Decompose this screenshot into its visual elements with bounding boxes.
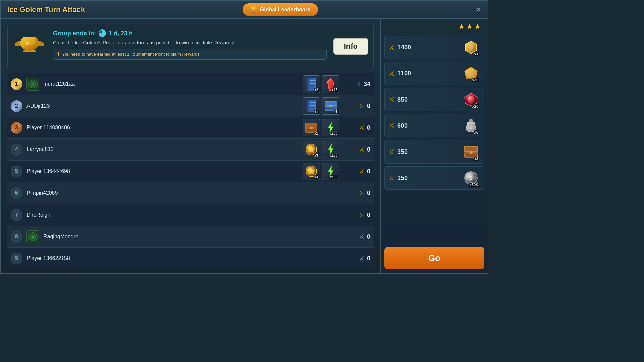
tournament-trophy: ★	[13, 29, 46, 63]
score-icon: ⚔	[359, 124, 364, 131]
table-row[interactable]: 2ADDjr123x1x1⚔0	[7, 95, 374, 117]
leaderboard-table[interactable]: 1⚔murat1261aax2x25⚔342ADDjr123x1x1⚔03Pla…	[7, 73, 374, 268]
svg-point-47	[468, 126, 474, 130]
tier-points: ⚔1400	[389, 43, 411, 51]
score-value: 0	[367, 212, 370, 219]
info-section: ★ Group ends in:	[7, 24, 374, 68]
score-area: ⚔0	[343, 189, 370, 197]
reward-item: x100	[322, 163, 339, 180]
rank-badge: 8	[11, 231, 22, 243]
rewards-area: x1x1	[303, 97, 339, 115]
score-icon: ⚔	[359, 146, 364, 153]
svg-rect-27	[310, 127, 313, 129]
table-row[interactable]: 1⚔murat1261aax2x25⚔34	[7, 73, 374, 95]
table-row[interactable]: 9Player 136622158⚔0	[7, 248, 374, 268]
warning-row: ℹ You need to have earned at least 1 Tou…	[53, 49, 327, 60]
rewards-area: x1x200	[303, 119, 339, 136]
score-icon: ⚔	[359, 189, 364, 197]
tier-points: ⚔600	[389, 122, 408, 130]
svg-text:⚔: ⚔	[31, 235, 35, 239]
go-button[interactable]: Go	[384, 247, 484, 269]
leaderboard-button[interactable]: 🏆 Global Leaderboard	[243, 3, 318, 16]
table-row[interactable]: 4Larryou812x3x150⚔0	[7, 139, 374, 161]
score-value: 0	[367, 168, 370, 175]
svg-text:★: ★	[25, 40, 30, 46]
modal-title: Ice Golem Turn Attack	[7, 5, 85, 14]
table-row[interactable]: 7DireReign⚔0	[7, 204, 374, 226]
tier-value: 1100	[397, 70, 411, 77]
score-value: 0	[367, 124, 370, 131]
score-icon: ⚔	[359, 102, 364, 110]
right-panel: ★ ★ ★ ⚔1400x1⚔1100x30⚔850x20⚔600x5⚔350x3…	[380, 19, 488, 273]
player-name: murat1261aa	[43, 81, 299, 87]
player-name: DireReign	[26, 212, 339, 218]
star-2: ★	[466, 22, 473, 31]
svg-text:⚔: ⚔	[31, 82, 35, 87]
tier-value: 600	[397, 122, 408, 129]
score-icon: ⚔	[359, 211, 364, 219]
rewards-area: x2x25	[303, 75, 339, 93]
tier-points: ⚔850	[389, 96, 408, 104]
rank-badge: 5	[11, 166, 22, 177]
rewards-area: x3x150	[303, 141, 339, 158]
tier-reward-quantity: x50K	[469, 183, 479, 187]
score-icon: ⚔	[359, 168, 364, 175]
tier-reward-item: x3	[462, 143, 480, 161]
timer-row: Group ends in: 1 d, 23 h	[53, 29, 327, 37]
rank-badge: 3	[11, 122, 22, 134]
score-icon: ⚔	[359, 233, 364, 240]
svg-rect-22	[325, 101, 336, 105]
tier-score-icon: ⚔	[389, 148, 395, 156]
reward-item: x2	[303, 75, 320, 93]
score-value: 0	[367, 146, 370, 153]
tier-reward-quantity: x30	[472, 78, 479, 82]
reward-tier: ⚔600x5	[384, 114, 484, 137]
tier-reward-item: x30	[462, 64, 480, 83]
table-row[interactable]: 6Pimpin42069⚔0	[7, 182, 374, 204]
score-area: ⚔0	[343, 146, 370, 153]
stars-row: ★ ★ ★	[384, 22, 484, 33]
warning-icon: ℹ	[57, 51, 59, 57]
reward-quantity: x200	[329, 132, 338, 135]
svg-text:$: $	[470, 175, 472, 181]
reward-tier: ⚔1400x1	[384, 36, 484, 59]
reward-quantity: x150	[329, 154, 338, 157]
timer-value: 1 d, 23 h	[109, 30, 133, 37]
rank-badge: 7	[11, 209, 22, 221]
score-area: ⚔34	[343, 80, 370, 88]
tier-value: 150	[397, 175, 408, 182]
player-name: ADDjr123	[26, 103, 299, 109]
reward-item: x3	[303, 163, 320, 180]
tier-reward-item: x20	[462, 90, 480, 109]
tier-reward-quantity: x3	[474, 157, 479, 161]
table-row[interactable]: 3Player 114080406x1x200⚔0	[7, 117, 374, 139]
avatar: ⚔	[26, 230, 39, 243]
tier-reward-item: x5	[462, 117, 480, 135]
rank-badge: 6	[11, 187, 22, 199]
warning-text: You need to have earned at least 1 Tourn…	[62, 52, 200, 57]
reward-item: x150	[322, 141, 339, 158]
svg-rect-9	[307, 78, 309, 90]
reward-tier: ⚔1100x30	[384, 62, 484, 85]
reward-quantity: x3	[314, 175, 319, 179]
content-area: ★ Group ends in:	[1, 19, 488, 273]
tier-reward-quantity: x20	[472, 104, 479, 108]
close-button[interactable]: ×	[476, 5, 481, 14]
table-row[interactable]: 5Player 136444698x3x100⚔0	[7, 161, 374, 182]
star-1: ★	[458, 22, 465, 31]
reward-quantity: x3	[314, 154, 319, 157]
tier-score-icon: ⚔	[389, 43, 395, 51]
tier-points: ⚔150	[389, 174, 408, 182]
info-button[interactable]: Info	[333, 38, 368, 55]
tier-value: 1400	[397, 44, 411, 51]
tier-value: 850	[397, 96, 408, 103]
tier-value: 350	[397, 148, 408, 156]
tier-points: ⚔1100	[389, 69, 411, 77]
reward-item: x3	[303, 141, 320, 158]
player-name: Pimpin42069	[26, 190, 339, 196]
table-row[interactable]: 8⚔RagingMongrel⚔0	[7, 226, 374, 248]
reward-quantity: x25	[331, 88, 338, 92]
star-3: ★	[474, 22, 481, 31]
tier-reward-item: x1	[462, 38, 480, 57]
rewards-area: x3x100	[303, 163, 339, 180]
